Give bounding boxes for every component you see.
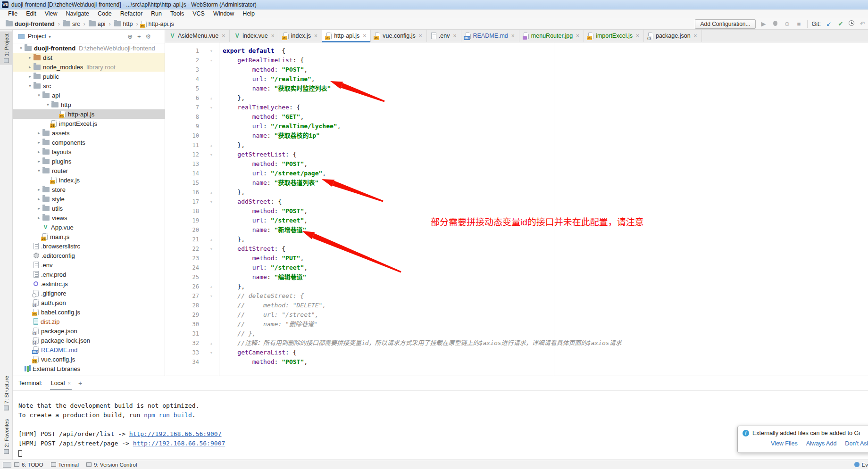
fold-marker-icon[interactable]: ▿ <box>205 56 218 65</box>
chevron-icon[interactable]: ▾ <box>44 102 51 107</box>
code-line[interactable]: 13 method: "POST", <box>165 159 868 169</box>
tree-item-views[interactable]: ▸views <box>13 213 165 222</box>
event-log-icon[interactable] <box>854 462 860 467</box>
chevron-icon[interactable]: ▾ <box>35 168 42 173</box>
tree-item-layouts[interactable]: ▸layouts <box>13 147 165 156</box>
code-line[interactable]: 34 method: "POST", <box>165 357 868 367</box>
menu-item-code[interactable]: Code <box>93 9 116 18</box>
code-line[interactable]: 23 method: "PUT", <box>165 254 868 263</box>
tree-item-duoji-frontend[interactable]: ▾duoji-frontendD:\zheheWeb\duoji-fronten… <box>13 43 165 53</box>
terminal-link[interactable]: http://192.168.66.56:9007 <box>129 430 222 437</box>
breadcrumb-http[interactable]: http <box>113 21 134 27</box>
chevron-icon[interactable]: ▸ <box>35 187 42 192</box>
chevron-icon[interactable]: ▸ <box>26 65 33 69</box>
code-line[interactable]: 30 // name: "删除巷道" <box>165 320 868 329</box>
chevron-icon[interactable]: ▸ <box>35 131 42 135</box>
collapse-all-icon[interactable]: ÷ <box>137 33 141 40</box>
breadcrumb-duoji-frontend[interactable]: duoji-frontend <box>5 21 56 27</box>
code-line[interactable]: 26▵ }, <box>165 282 868 291</box>
fold-marker-icon[interactable]: ▵ <box>205 140 218 150</box>
code-line[interactable]: 25 name: "编辑巷道" <box>165 272 868 282</box>
fold-marker-icon[interactable]: ▿ <box>205 197 218 206</box>
menu-item-tools[interactable]: Tools <box>166 9 188 18</box>
close-icon[interactable]: × <box>271 33 275 39</box>
git-revert-icon[interactable]: ↶ <box>859 20 866 27</box>
event-log-label[interactable]: Ev <box>862 462 868 468</box>
fold-marker-icon[interactable]: ▿ <box>205 244 218 254</box>
code-line[interactable]: 16▵ }, <box>165 188 868 197</box>
tab-index-vue[interactable]: Vindex.vue× <box>230 30 279 42</box>
code-line[interactable]: 18 method: "POST", <box>165 206 868 216</box>
code-line[interactable]: 14 url: "/street/page", <box>165 169 868 178</box>
tree-item-main-js[interactable]: main.js <box>13 232 165 241</box>
code-line[interactable]: 21▵ }, <box>165 235 868 244</box>
notification-action-always-add[interactable]: Always Add <box>806 440 837 447</box>
fold-marker-icon[interactable]: ▵ <box>205 282 218 291</box>
chevron-icon[interactable]: ▸ <box>26 55 33 60</box>
stripe-2-favorites[interactable]: 2: Favorites <box>0 417 13 456</box>
tree-item-auth-json[interactable]: auth.json <box>13 298 165 307</box>
tree-item-index-js[interactable]: index.js <box>13 175 165 185</box>
fold-marker-icon[interactable]: ▿ <box>205 150 218 159</box>
tree-item-dist[interactable]: ▸dist <box>13 53 165 62</box>
terminal-tab-local[interactable]: Local × <box>50 377 72 390</box>
tree-item-env[interactable]: .env <box>13 260 165 270</box>
chevron-icon[interactable]: ▸ <box>35 159 42 164</box>
locate-icon[interactable]: ⊕ <box>127 33 133 40</box>
close-icon[interactable]: × <box>222 33 225 39</box>
close-icon[interactable]: × <box>694 33 697 39</box>
notification-action-view-files[interactable]: View Files <box>771 440 798 447</box>
chevron-icon[interactable]: ▸ <box>35 215 42 220</box>
code-line[interactable]: 17▿ addStreet: { <box>165 197 868 206</box>
tree-item-babel-config-js[interactable]: babel.config.js <box>13 307 165 317</box>
tree-item-env-prod[interactable]: .env.prod <box>13 270 165 279</box>
fold-marker-icon[interactable]: ▿ <box>205 348 218 357</box>
breadcrumb-http-api-js[interactable]: http-api.js <box>141 21 175 27</box>
tab-vue-config-js[interactable]: vue.config.js× <box>371 30 427 42</box>
tree-item-store[interactable]: ▸store <box>13 185 165 194</box>
fold-marker-icon[interactable]: ▵ <box>205 188 218 197</box>
hide-icon[interactable]: — <box>156 33 162 40</box>
fold-marker-icon[interactable]: ▵ <box>205 338 218 348</box>
close-icon[interactable]: × <box>576 33 579 39</box>
tree-item-plugins[interactable]: ▸plugins <box>13 156 165 166</box>
stripe-1-project[interactable]: 1: Project <box>0 32 13 65</box>
menu-item-navigate[interactable]: Navigate <box>62 9 93 18</box>
tab-env[interactable]: .env× <box>427 30 461 42</box>
close-icon[interactable]: × <box>419 33 422 39</box>
code-line[interactable]: 12▿ getStreetList: { <box>165 150 868 159</box>
tab-http-api-js[interactable]: http-api.js× <box>322 30 371 42</box>
chevron-icon[interactable]: ▸ <box>35 149 42 154</box>
tree-item-vue-config-js[interactable]: vue.config.js <box>13 354 165 364</box>
close-icon[interactable]: × <box>363 33 366 39</box>
code-line[interactable]: 31 // }, <box>165 329 868 338</box>
code-line[interactable]: 27▿ // deleteStreet: { <box>165 291 868 301</box>
tree-item-router[interactable]: ▾router <box>13 166 165 175</box>
menu-item-file[interactable]: File <box>4 9 22 18</box>
menu-item-edit[interactable]: Edit <box>22 9 41 18</box>
project-panel-title[interactable]: Project <box>28 33 46 40</box>
git-commit-icon[interactable]: ✔ <box>837 20 844 27</box>
menu-item-run[interactable]: Run <box>147 9 166 18</box>
chevron-icon[interactable]: ▸ <box>35 206 42 211</box>
close-icon[interactable]: × <box>314 33 317 39</box>
statusbar-terminal[interactable]: Terminal <box>51 462 79 468</box>
tool-window-switcher-icon[interactable] <box>3 462 11 468</box>
git-history-icon[interactable] <box>849 20 854 27</box>
close-icon[interactable]: × <box>511 33 515 39</box>
tree-item-src[interactable]: ▾src <box>13 81 165 91</box>
new-terminal-button[interactable]: + <box>78 379 82 387</box>
menu-item-refactor[interactable]: Refactor <box>116 9 147 18</box>
stripe-7-structure[interactable]: 7: Structure <box>0 374 13 412</box>
statusbar-6-todo[interactable]: 6: TODO <box>14 462 43 468</box>
tab-asidemenu-vue[interactable]: VAsideMenu.vue× <box>165 30 230 42</box>
code-line[interactable]: 8 method: "GET", <box>165 112 868 122</box>
fold-marker-icon[interactable]: ▿ <box>205 46 218 56</box>
tree-item-api[interactable]: ▾api <box>13 91 165 100</box>
tab-package-json[interactable]: package.json× <box>644 30 702 42</box>
fold-marker-icon[interactable]: ▿ <box>205 103 218 112</box>
debug-icon[interactable] <box>772 20 779 27</box>
tree-item-components[interactable]: ▸components <box>13 138 165 147</box>
tree-item-node-modules[interactable]: ▸node_moduleslibrary root <box>13 62 165 72</box>
code-line[interactable]: 28 // method: "DELETE", <box>165 301 868 310</box>
